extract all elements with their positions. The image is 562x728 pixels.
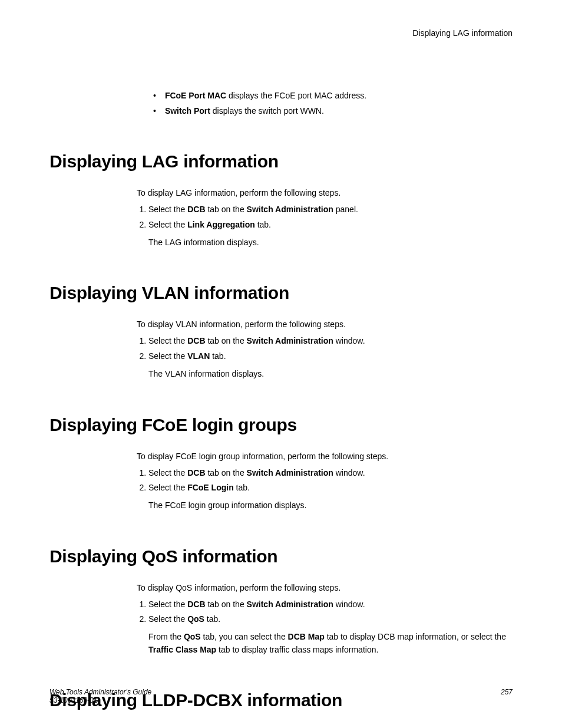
step-item: Select the DCB tab on the Switch Adminis… — [148, 598, 513, 611]
text: Select the — [148, 483, 187, 492]
step-list: Select the DCB tab on the Switch Adminis… — [137, 467, 513, 495]
text: From the — [148, 632, 184, 641]
step-item: Select the DCB tab on the Switch Adminis… — [148, 335, 513, 348]
text: Switch Administration — [247, 468, 333, 477]
text: DCB — [187, 205, 205, 214]
text: Select the — [148, 351, 187, 361]
text: tab on the — [206, 336, 247, 345]
intro-bullet-list: FCoE Port MAC displays the FCoE port MAC… — [156, 90, 513, 117]
footer-page-number: 257 — [501, 688, 513, 696]
text: tab on the — [206, 205, 247, 214]
list-item: Switch Port displays the switch port WWN… — [156, 105, 513, 118]
footer-title: Web Tools Administrator's Guide — [49, 688, 151, 696]
step-list: Select the DCB tab on the Switch Adminis… — [137, 203, 513, 231]
step-list: Select the DCB tab on the Switch Adminis… — [137, 335, 513, 363]
text: window. — [333, 336, 365, 345]
step-result: The FCoE login group information display… — [148, 499, 513, 512]
text: Switch Administration — [247, 336, 333, 345]
text: FCoE Login — [187, 483, 234, 492]
text: Select the — [148, 336, 187, 345]
step-item: Select the Link Aggregation tab. — [148, 219, 513, 232]
text: Select the — [148, 468, 187, 477]
page-footer: Web Tools Administrator's Guide 257 53-1… — [49, 688, 513, 704]
term: Switch Port — [165, 106, 210, 116]
text: tab on the — [206, 468, 247, 477]
step-result: The VLAN information displays. — [148, 368, 513, 381]
text: QoS — [184, 632, 201, 641]
section-heading: Displaying VLAN information — [49, 283, 513, 303]
section-intro: To display FCoE login group information,… — [137, 452, 513, 461]
text: window. — [333, 599, 365, 609]
text: tab. — [210, 351, 226, 361]
step-item: Select the DCB tab on the Switch Adminis… — [148, 203, 513, 216]
text: DCB — [187, 468, 205, 477]
text: panel. — [333, 205, 358, 214]
text: DCB Map — [288, 632, 325, 641]
section-heading: Displaying LAG information — [49, 151, 513, 172]
step-list: Select the DCB tab on the Switch Adminis… — [137, 598, 513, 626]
list-item: FCoE Port MAC displays the FCoE port MAC… — [156, 90, 513, 103]
text: window. — [333, 468, 365, 477]
text: tab. — [255, 220, 271, 229]
term: FCoE Port MAC — [165, 91, 226, 100]
text: DCB — [187, 336, 205, 345]
footer-docnum: 53-1003169-01 — [49, 696, 513, 704]
section-intro: To display VLAN information, perform the… — [137, 319, 513, 329]
step-item: Select the DCB tab on the Switch Adminis… — [148, 467, 513, 480]
text: tab on the — [206, 599, 247, 609]
step-item: Select the QoS tab. — [148, 613, 513, 626]
section-heading: Displaying FCoE login groups — [49, 415, 513, 435]
text: QoS — [187, 614, 204, 624]
section-intro: To display QoS information, perform the … — [137, 583, 513, 592]
text: Select the — [148, 614, 187, 624]
text: Switch Administration — [247, 205, 333, 214]
text: VLAN — [187, 351, 210, 361]
text: tab to display traffic class maps inform… — [216, 645, 378, 654]
definition: displays the FCoE port MAC address. — [226, 91, 366, 100]
text: Traffic Class Map — [148, 645, 216, 654]
document-page: Displaying LAG information FCoE Port MAC… — [0, 0, 562, 728]
step-item: Select the VLAN tab. — [148, 350, 513, 363]
text: DCB — [187, 599, 205, 609]
text: tab. — [204, 614, 220, 624]
definition: displays the switch port WWN. — [210, 106, 324, 116]
section-heading: Displaying QoS information — [49, 546, 513, 566]
text: tab to display DCB map information, or s… — [325, 632, 506, 641]
section-intro: To display LAG information, perform the … — [137, 188, 513, 197]
running-header: Displaying LAG information — [49, 28, 513, 38]
text: Switch Administration — [247, 599, 333, 609]
text: tab, you can select the — [201, 632, 288, 641]
text: Select the — [148, 599, 187, 609]
text: Link Aggregation — [187, 220, 255, 229]
step-result: The LAG information displays. — [148, 236, 513, 249]
text: Select the — [148, 220, 187, 229]
text: Select the — [148, 205, 187, 214]
text: tab. — [234, 483, 250, 492]
step-result: From the QoS tab, you can select the DCB… — [148, 631, 513, 656]
step-item: Select the FCoE Login tab. — [148, 482, 513, 495]
